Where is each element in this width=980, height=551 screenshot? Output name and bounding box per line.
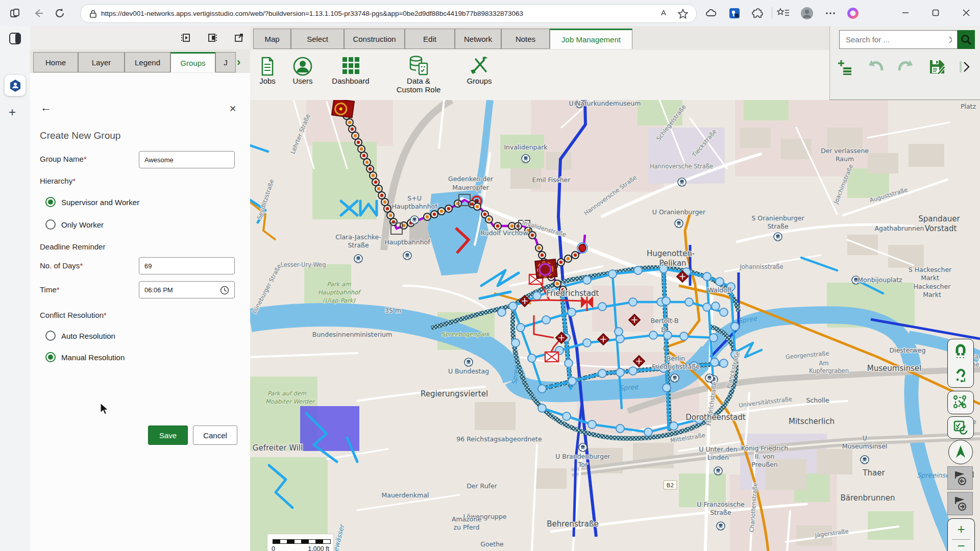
radio-only-worker-label[interactable]: Only Worker	[61, 220, 104, 229]
tab-network[interactable]: Network	[455, 29, 501, 49]
tab-construction[interactable]: Construction	[344, 29, 405, 49]
radio-supervisor-and-worker[interactable]	[45, 197, 56, 207]
save-button[interactable]: Save	[148, 425, 188, 445]
map-view[interactable]: U NaturkundemuseumInvalidenparkSchlegels…	[250, 100, 980, 551]
validate-refresh-button[interactable]	[947, 416, 974, 439]
tab-groups[interactable]: Groups	[170, 52, 215, 72]
tab-overflow-j[interactable]: J	[215, 52, 236, 72]
snap-vertices-button[interactable]	[953, 363, 968, 387]
map-label: Spreeinsel	[917, 471, 952, 479]
ribbon-dashboard-label: Dashboard	[325, 77, 376, 85]
tab-legend[interactable]: Legend	[125, 52, 170, 72]
ribbon-groups-label: Groups	[454, 77, 505, 85]
reset-north-button[interactable]	[948, 440, 973, 464]
dock-right-icon[interactable]	[206, 32, 218, 44]
url-text: https://dev001-networks.apps.vertigisstu…	[101, 10, 523, 17]
map-label: U Naturkundemuseum	[569, 100, 641, 107]
map-label: Gefreiter Will	[253, 443, 303, 453]
favorites-bar-icon[interactable]	[776, 6, 791, 21]
map-label: Amazone	[452, 515, 482, 523]
tab-notes[interactable]: Notes	[501, 29, 550, 49]
station-icon	[861, 456, 869, 464]
favorite-star-icon[interactable]	[678, 9, 688, 19]
route-conflict-marker	[535, 259, 557, 279]
zoom-out-button[interactable]: −	[948, 540, 974, 551]
clear-search-icon[interactable]	[948, 36, 952, 44]
previous-extent-icon	[952, 470, 968, 486]
refresh-button[interactable]	[52, 6, 67, 21]
toolbar-more-chevron[interactable]	[957, 58, 971, 76]
network-node	[565, 359, 573, 367]
map-label: Linden	[707, 454, 729, 461]
snapping-toggle-button[interactable]	[953, 339, 968, 363]
ribbon-data-custom-role-button[interactable]: Data & Custom Role	[393, 54, 444, 94]
tab-home[interactable]: Home	[33, 52, 78, 72]
map-label: Platz	[961, 103, 976, 110]
redo-button[interactable]	[896, 58, 915, 76]
tab-map[interactable]: Map	[253, 29, 291, 49]
app-logo[interactable]	[5, 75, 26, 96]
search-button[interactable]	[958, 30, 975, 49]
tabs-next-chevron[interactable]: ›	[237, 56, 240, 69]
network-node	[716, 278, 724, 286]
next-extent-button[interactable]	[947, 492, 973, 515]
tab-edit[interactable]: Edit	[405, 29, 455, 49]
network-node	[662, 297, 670, 305]
radio-supervisor-label[interactable]: Supervisor and Worker	[61, 198, 139, 207]
network-node	[649, 331, 657, 339]
previous-extent-button[interactable]	[947, 466, 973, 490]
tab-layer[interactable]: Layer	[78, 52, 125, 72]
station-icon	[717, 522, 725, 530]
route-start-marker	[332, 100, 354, 118]
station-icon	[464, 358, 473, 366]
ribbon-groups-button[interactable]: Groups	[454, 54, 505, 85]
tab-job-management[interactable]: Job Management	[550, 29, 632, 49]
magnet-points-icon	[953, 368, 968, 383]
route-marker	[557, 259, 565, 266]
form-back-arrow[interactable]: ←	[40, 101, 52, 114]
search-input[interactable]	[845, 35, 948, 44]
clock-icon[interactable]	[220, 286, 229, 295]
radio-manual-label[interactable]: Manual Resolution	[61, 353, 125, 362]
radio-auto-resolution[interactable]	[45, 331, 56, 341]
map-label: Vorstadt	[925, 224, 957, 233]
radio-auto-label[interactable]: Auto Resolution	[61, 332, 115, 340]
transform-selection-button[interactable]	[947, 391, 974, 414]
days-input[interactable]	[139, 257, 235, 274]
cloud-icon[interactable]	[703, 6, 719, 21]
form-close-icon[interactable]: ✕	[229, 104, 236, 114]
cancel-button[interactable]: Cancel	[193, 425, 237, 445]
url-bar[interactable]: https://dev001-networks.apps.vertigisstu…	[80, 4, 697, 23]
tab-select[interactable]: Select	[291, 29, 344, 49]
group-name-input[interactable]	[139, 151, 235, 168]
ribbon-users-button[interactable]: Users	[277, 54, 328, 85]
read-aloud-icon[interactable]: A	[661, 8, 666, 17]
copilot-icon[interactable]	[845, 6, 861, 21]
profile-avatar[interactable]	[799, 6, 815, 21]
zoom-in-button[interactable]: +	[948, 519, 974, 539]
password-manager-icon[interactable]	[727, 6, 742, 21]
settings-more-icon[interactable]	[823, 6, 838, 21]
network-node	[720, 359, 728, 367]
radio-only-worker[interactable]	[45, 219, 56, 230]
window-maximize-button[interactable]	[927, 4, 944, 21]
radio-manual-resolution[interactable]	[45, 352, 56, 362]
extensions-icon[interactable]	[750, 6, 766, 21]
browser-tabs-icon[interactable]	[7, 6, 22, 21]
undo-button[interactable]	[867, 58, 885, 76]
sidebar-workspaces-icon[interactable]	[9, 32, 22, 47]
route-marker	[375, 185, 382, 192]
new-tab-plus-icon[interactable]: +	[9, 105, 16, 119]
panel-tab-bar: Home Layer Legend Groups J ›	[30, 49, 250, 73]
open-new-window-icon[interactable]	[233, 32, 245, 44]
scale-bar: 0 1,000 ft	[267, 534, 334, 551]
ribbon-dashboard-button[interactable]: Dashboard	[325, 54, 376, 85]
map-label: Behrenstraße	[547, 519, 598, 529]
add-features-button[interactable]	[836, 58, 854, 76]
save-edits-button[interactable]	[928, 58, 946, 76]
window-minimize-button[interactable]	[897, 4, 914, 21]
station-icon	[354, 255, 362, 263]
window-close-button[interactable]	[958, 4, 975, 21]
back-button[interactable]	[31, 6, 46, 21]
dock-left-icon[interactable]	[180, 32, 192, 44]
